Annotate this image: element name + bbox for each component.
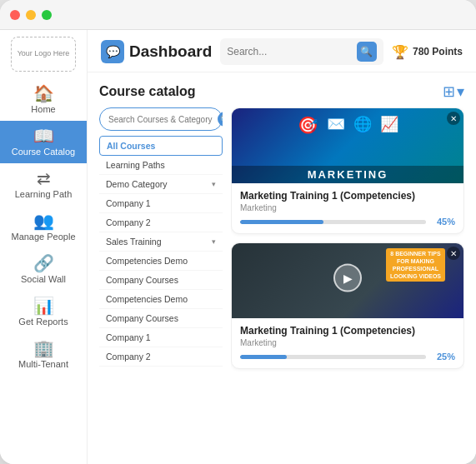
progress-label: 45% (432, 217, 455, 227)
course-thumbnail: 8 BEGINNER TIPSFOR MAKINGPROFESSIONALLOO… (232, 243, 463, 318)
category-item[interactable]: Competencies Demo (99, 290, 223, 309)
main-content: 💬 Dashboard 🔍 🏆 780 Points (88, 30, 476, 464)
course-subtitle: Marketing (240, 203, 455, 212)
trophy-icon: 🏆 (392, 44, 408, 60)
sidebar-item-label: Get Reports (18, 317, 68, 327)
search-box[interactable]: 🔍 (220, 38, 383, 65)
sidebar-item-multi-tenant[interactable]: 🏢 Multi-Tenant (0, 333, 87, 376)
sidebar-item-label: Multi-Tenant (18, 359, 68, 369)
progress-bar-fill (240, 355, 287, 359)
target-icon: 🎯 (298, 115, 318, 135)
catalog-title: Course catalog (99, 84, 196, 99)
dot-red[interactable] (10, 10, 20, 20)
progress-bar-bg (240, 220, 426, 224)
catalog-section: Course catalog ⊞ ▾ (99, 82, 464, 454)
category-list: All Courses Learning Paths Demo Category… (99, 136, 223, 367)
social-icon: 🔗 (33, 255, 54, 272)
card-close-button[interactable]: ✕ (447, 112, 460, 125)
home-icon: 🏠 (33, 85, 54, 102)
dashboard-icon-bubble: 💬 (101, 40, 124, 63)
category-item[interactable]: All Courses (99, 136, 223, 156)
sidebar: Your Logo Here 🏠 Home 📖 Course Catalog ⇄… (0, 30, 88, 464)
progress-bar-fill (240, 220, 323, 224)
sidebar-item-course-catalog[interactable]: 📖 Course Catalog (0, 121, 87, 163)
card-body: Marketing Training 1 (Competencies) Mark… (232, 183, 463, 233)
category-item[interactable]: Company 1 (99, 328, 223, 347)
category-item[interactable]: Company 2 (99, 347, 223, 367)
course-card: 8 BEGINNER TIPSFOR MAKINGPROFESSIONALLOO… (231, 242, 464, 369)
category-item[interactable]: Learning Paths (99, 156, 223, 175)
dot-green[interactable] (42, 10, 52, 20)
topbar-title: Dashboard (129, 42, 212, 61)
chevron-down-icon: ▾ (212, 180, 216, 188)
progress-label: 25% (432, 352, 455, 362)
category-search-wrap[interactable]: 🔍 (99, 107, 223, 131)
view-toggle[interactable]: ⊞ ▾ (443, 82, 464, 101)
sidebar-item-label: Learning Path (15, 189, 73, 199)
course-subtitle: Marketing (240, 338, 455, 347)
category-item[interactable]: Competencies Demo (99, 252, 223, 271)
thumbnail-label: MARKETING (232, 166, 463, 183)
category-item[interactable]: Sales Training ▾ (99, 232, 223, 252)
globe-icon: 🌐 (353, 115, 372, 135)
chevron-down-icon: ▾ (212, 237, 216, 246)
tenant-icon: 🏢 (33, 340, 54, 357)
course-card: 🎯 ✉️ 🌐 📈 MARKETING ✕ Marketing (231, 107, 464, 234)
card-body: Marketing Training 1 (Competencies) Mark… (232, 318, 463, 368)
sidebar-item-label: Home (31, 104, 55, 114)
titlebar (0, 0, 476, 30)
category-item[interactable]: Company 2 (99, 213, 223, 232)
email-icon: ✉️ (327, 115, 345, 135)
progress-bar-bg (240, 355, 426, 359)
sidebar-item-label: Course Catalog (12, 147, 75, 157)
category-item[interactable]: Company Courses (99, 309, 223, 328)
sidebar-item-label: Social Wall (21, 274, 66, 284)
content-area: Course catalog ⊞ ▾ (88, 72, 476, 464)
sidebar-item-learning-path[interactable]: ⇄ Learning Path (0, 163, 87, 206)
category-item[interactable]: Company Courses (99, 271, 223, 290)
category-item[interactable]: Demo Category ▾ (99, 175, 223, 194)
topbar-title-wrap: 💬 Dashboard (101, 40, 212, 63)
dashboard-bubble-icon: 💬 (106, 45, 120, 58)
grid-icon: ⊞ (443, 82, 455, 101)
progress-wrap: 45% (240, 217, 455, 227)
play-button[interactable]: ▶ (333, 264, 362, 292)
sidebar-item-manage-people[interactable]: 👥 Manage People (0, 206, 87, 248)
points-value: 780 Points (413, 46, 463, 57)
category-search-input[interactable] (108, 115, 214, 124)
app-window: Your Logo Here 🏠 Home 📖 Course Catalog ⇄… (0, 0, 476, 464)
sidebar-item-home[interactable]: 🏠 Home (0, 78, 87, 121)
sidebar-item-social-wall[interactable]: 🔗 Social Wall (0, 248, 87, 291)
progress-wrap: 25% (240, 352, 455, 362)
badge: 8 BEGINNER TIPSFOR MAKINGPROFESSIONALLOO… (386, 248, 445, 282)
course-title: Marketing Training 1 (Competencies) (240, 325, 455, 337)
topbar: 💬 Dashboard 🔍 🏆 780 Points (88, 30, 476, 72)
app-body: Your Logo Here 🏠 Home 📖 Course Catalog ⇄… (0, 30, 476, 464)
search-button[interactable]: 🔍 (357, 42, 377, 62)
points-display: 🏆 780 Points (392, 44, 463, 60)
chart-icon: 📈 (380, 115, 398, 135)
search-icon: 🔍 (360, 46, 373, 57)
card-close-button[interactable]: ✕ (447, 247, 460, 260)
sidebar-item-get-reports[interactable]: 📊 Get Reports (0, 291, 87, 333)
chevron-down-icon: ▾ (457, 82, 464, 101)
thumb-icons: 🎯 ✉️ 🌐 📈 (232, 115, 463, 135)
category-item[interactable]: Company 1 (99, 194, 223, 213)
dot-yellow[interactable] (26, 10, 36, 20)
learning-path-icon: ⇄ (37, 170, 51, 187)
reports-icon: 📊 (33, 297, 54, 314)
category-search-button[interactable]: 🔍 (218, 112, 223, 127)
book-icon: 📖 (33, 127, 54, 144)
right-panel: 🎯 ✉️ 🌐 📈 MARKETING ✕ Marketing (231, 107, 464, 454)
search-input[interactable] (227, 46, 353, 57)
people-icon: 👥 (33, 212, 54, 229)
left-panel: 🔍 All Courses Learning Paths (99, 107, 223, 454)
course-thumbnail: 🎯 ✉️ 🌐 📈 MARKETING ✕ (232, 108, 463, 183)
cat-search-icon: 🔍 (220, 115, 223, 124)
catalog-header: Course catalog ⊞ ▾ (99, 82, 464, 101)
sidebar-item-label: Manage People (11, 232, 75, 242)
course-title: Marketing Training 1 (Competencies) (240, 190, 455, 202)
sidebar-logo: Your Logo Here (11, 37, 76, 72)
